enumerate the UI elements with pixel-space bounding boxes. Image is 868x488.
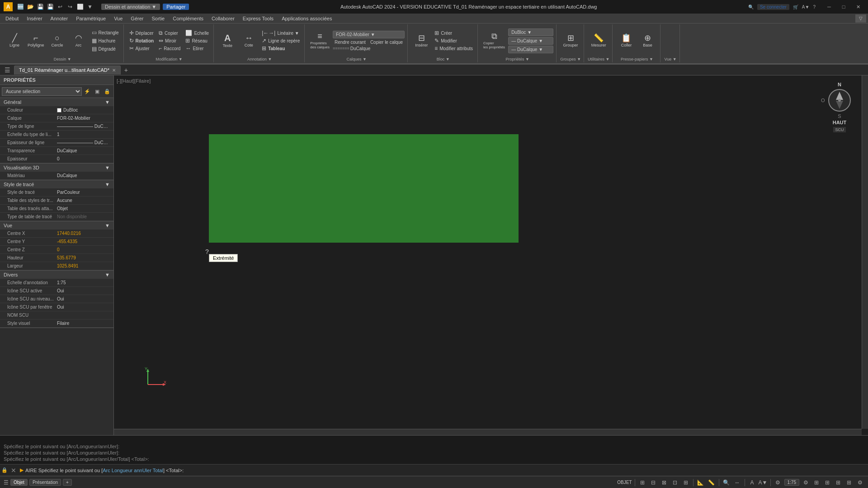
calque2-selector[interactable]: — DuCalque ▼ xyxy=(508,37,553,45)
customize-btn[interactable]: ▼ xyxy=(86,3,94,11)
lineaire-btn[interactable]: |←→| Linéaire ▼ xyxy=(260,29,302,37)
new-file-btn[interactable]: 🆕 xyxy=(16,3,24,11)
undo-btn[interactable]: ↩ xyxy=(56,3,64,11)
arc-btn[interactable]: ◠ Arc xyxy=(69,32,89,49)
search-btn[interactable]: 🔍 xyxy=(748,5,754,9)
minimize-btn[interactable]: ─ xyxy=(823,2,835,11)
hardware-btn[interactable]: ⊞ xyxy=(823,478,832,487)
cleanscreen-btn[interactable]: ⊞ xyxy=(834,478,843,487)
props-btn[interactable]: ⊞ xyxy=(844,478,854,487)
ligne-repere-btn[interactable]: ↗ Ligne de repère xyxy=(260,37,302,44)
osnap-btn[interactable]: ⊞ xyxy=(681,478,690,487)
menu-collaborer[interactable]: Collaborer xyxy=(208,15,238,22)
annotscale-btn[interactable]: A xyxy=(748,478,757,487)
cmd-cancel-btn[interactable]: ✕ xyxy=(9,465,18,476)
info-btn[interactable]: A▼ xyxy=(802,5,810,9)
section-divers-header[interactable]: Divers ▼ xyxy=(0,271,113,279)
cote-btn[interactable]: ↔ Cote xyxy=(239,32,259,49)
ajuster-btn[interactable]: ✂ Ajuster xyxy=(127,45,156,52)
menu-debut[interactable]: Début xyxy=(2,15,22,22)
snap-btn[interactable]: ⊟ xyxy=(649,478,658,487)
menu-vue[interactable]: Vue xyxy=(110,15,126,22)
hachure-btn[interactable]: ▦ Hachure xyxy=(90,37,121,44)
isolate-btn[interactable]: ⊞ xyxy=(812,478,821,487)
open-btn[interactable]: 📂 xyxy=(26,3,34,11)
trackball-btn[interactable]: 📐 xyxy=(696,478,705,487)
inserer-btn[interactable]: ⊟ Insérer xyxy=(411,32,431,49)
modifier-attributs-btn[interactable]: ≡ Modifier attributs xyxy=(433,45,475,52)
gradient-btn[interactable]: ▤ Dégradé xyxy=(90,45,121,52)
section-style-trace-header[interactable]: Style de tracé ▼ xyxy=(0,180,113,188)
cmd-lock-btn[interactable]: 🔒 xyxy=(0,465,9,476)
scale-display[interactable]: 1:75 xyxy=(784,479,799,486)
rendre-courant-btn[interactable]: Rendre courant xyxy=(333,39,368,45)
close-tab-btn[interactable]: ✕ xyxy=(112,68,116,73)
section-vue-header[interactable]: Vue ▼ xyxy=(0,221,113,230)
menu-complements[interactable]: Compléments xyxy=(169,15,207,22)
copier-calque-btn[interactable]: Copier le calque xyxy=(368,39,405,45)
status-menu-btn[interactable]: ☰ xyxy=(4,479,9,486)
lineweight-btn[interactable]: 📏 xyxy=(707,478,716,487)
save-btn[interactable]: 💾 xyxy=(36,3,44,11)
deplacer-btn[interactable]: ✛ Déplacer xyxy=(127,29,156,37)
sidebar-toggle-btn[interactable]: ☰ xyxy=(4,66,11,75)
menu-parametrique[interactable]: Paramétrique xyxy=(72,15,109,22)
add-layout-btn[interactable]: + xyxy=(63,479,72,486)
ligne-btn[interactable]: ╱ Ligne xyxy=(5,32,24,49)
save-as-btn[interactable]: 💾 xyxy=(46,3,54,11)
quickselect-btn[interactable]: ⚡ xyxy=(83,87,92,96)
workspace-btn[interactable]: ⬜ xyxy=(76,3,84,11)
menu-inserer[interactable]: Insérer xyxy=(23,15,46,22)
connect-btn[interactable]: Se connecter xyxy=(757,4,789,10)
selection-dropdown[interactable]: Aucune sélection xyxy=(2,87,82,96)
mesurer-btn[interactable]: 📏 Mesurer xyxy=(589,32,609,49)
modifier-bloc-btn[interactable]: ✎ Modifier xyxy=(433,37,475,44)
maximize-btn[interactable]: □ xyxy=(837,2,850,11)
polyligne-btn[interactable]: ⌐ Polyligne xyxy=(26,32,46,49)
pan-btn[interactable]: ↔ xyxy=(733,478,742,487)
command-input[interactable] xyxy=(184,468,866,473)
objet-tab[interactable]: Objet xyxy=(10,479,28,486)
help-btn[interactable]: ? xyxy=(813,5,816,9)
share-btn[interactable]: Partager xyxy=(163,4,189,10)
menu-express[interactable]: Express Tools xyxy=(239,15,277,22)
customize-status-btn[interactable]: ⚙ xyxy=(855,478,864,487)
grouper-btn[interactable]: ⊞ Grouper xyxy=(561,32,580,49)
workspace-selector[interactable]: Dessin et annotation ▼ xyxy=(101,4,160,10)
selectsimilar-btn[interactable]: ▣ xyxy=(93,87,102,96)
menu-gerer[interactable]: Gérer xyxy=(127,15,147,22)
tableau-btn[interactable]: ⊞ Tableau xyxy=(260,45,302,52)
proprietes-calques-btn[interactable]: ≡ Propriétésdes calques xyxy=(308,30,331,51)
reseau-btn[interactable]: ⊞ Réseau xyxy=(184,37,211,44)
raccord-btn[interactable]: ⌐ Raccord xyxy=(157,45,182,52)
close-btn[interactable]: ✕ xyxy=(852,2,864,11)
cercle-btn[interactable]: ○ Cercle xyxy=(47,32,67,49)
calque-selector[interactable]: FOR-02-Mobilier ▼ xyxy=(333,31,405,38)
texte-btn[interactable]: A Texte xyxy=(217,32,237,50)
copier-btn[interactable]: ⧉ Copier xyxy=(157,29,182,37)
menu-sortie[interactable]: Sortie xyxy=(148,15,168,22)
base-btn[interactable]: ⊕ Base xyxy=(637,32,657,49)
propclose-btn[interactable]: 🔒 xyxy=(103,87,112,96)
copier-proprietes-btn[interactable]: ⧉ Copierles propriétés xyxy=(481,30,507,51)
section-general-header[interactable]: Général ▼ xyxy=(0,98,113,106)
doc-tab-active[interactable]: Td_01 Réaménager u...tilisant AutoCAD* ✕ xyxy=(14,66,121,75)
menu-annoter[interactable]: Annoter xyxy=(47,15,72,22)
polar-btn[interactable]: ⊡ xyxy=(670,478,679,487)
bottom-scrollbar[interactable] xyxy=(114,429,862,435)
presentation-tab[interactable]: Présentation xyxy=(29,479,61,486)
settings-btn[interactable]: ⚙ xyxy=(801,478,810,487)
new-tab-btn[interactable]: + xyxy=(122,66,131,75)
rectangle-btn[interactable]: ▭ Rectangle xyxy=(90,29,121,36)
echelle-btn[interactable]: ⬜ Echelle xyxy=(184,29,211,37)
menu-apps[interactable]: Applications associées xyxy=(278,15,335,22)
couleur-selector[interactable]: DuBloc ▼ xyxy=(508,28,553,36)
ortho-btn[interactable]: ⊠ xyxy=(660,478,669,487)
snap-grid-btn[interactable]: ⊞ xyxy=(638,478,647,487)
coller-btn[interactable]: 📋 Coller xyxy=(616,32,636,49)
zoom-btn[interactable]: 🔍 xyxy=(722,478,731,487)
miroir-btn[interactable]: ⇔ Miroir xyxy=(157,37,182,44)
creer-bloc-btn[interactable]: ⊞ Créer xyxy=(433,29,475,37)
workspace-switch-btn[interactable]: ⚙ xyxy=(774,478,783,487)
viewport[interactable]: [-][Haut][Filaire] ? Extrémité N S O xyxy=(114,75,868,435)
